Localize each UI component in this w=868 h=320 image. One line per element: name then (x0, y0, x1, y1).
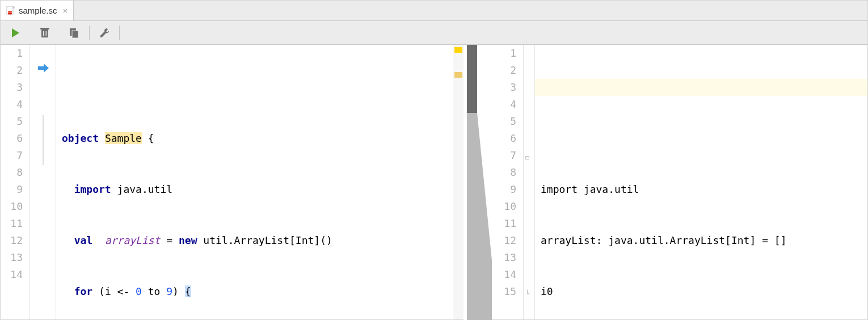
change-marker[interactable] (454, 72, 462, 78)
svg-rect-3 (43, 31, 44, 36)
line-number: 12 (492, 232, 516, 249)
splitter-graphic (464, 45, 492, 320)
editor-tabs: sample.sc × (1, 1, 867, 21)
svg-rect-4 (46, 31, 47, 36)
worksheet-toolbar (1, 21, 867, 45)
line-number: 12 (1, 232, 23, 249)
output-line: arrayList: java.util.ArrayList[Int] = [] (535, 232, 867, 249)
tab-sample-sc[interactable]: sample.sc × (1, 1, 74, 20)
svg-rect-2 (40, 28, 49, 30)
line-number: 14 (1, 266, 23, 283)
line-number: 2 (1, 62, 23, 79)
wrench-icon (99, 27, 110, 39)
line-number: 9 (492, 181, 516, 198)
copy-button[interactable] (60, 21, 89, 44)
line-number: 3 (1, 79, 23, 96)
marker-stripe[interactable] (453, 45, 464, 319)
code-editor[interactable]: object Sample { import java.util val arr… (56, 45, 453, 319)
output-line: i0 (535, 283, 867, 300)
run-button[interactable] (1, 21, 30, 44)
line-number: 10 (492, 198, 516, 215)
play-icon (10, 28, 20, 38)
trash-icon (40, 27, 50, 39)
scala-file-icon (6, 6, 15, 15)
line-number: 8 (492, 164, 516, 181)
right-gutter[interactable]: 1 2 3 4 5 6 7 8 9 10 11 12 13 14 15 (492, 45, 524, 319)
warning-marker[interactable] (454, 47, 462, 53)
line-number: 14 (492, 266, 516, 283)
line-number: 11 (492, 215, 516, 232)
output-pane: 1 2 3 4 5 6 7 8 9 10 11 12 13 14 15 ⊟ └ (492, 45, 867, 319)
line-number: 3 (492, 79, 516, 96)
toolbar-separator (119, 26, 120, 40)
fold-end-icon: └ (525, 285, 529, 302)
line-number: 4 (492, 96, 516, 113)
code-line: import java.util (56, 181, 453, 198)
line-number: 5 (1, 113, 23, 130)
line-number: 9 (1, 181, 23, 198)
object-name: Sample (105, 132, 142, 144)
code-line: for (i <- 0 to 9) { (56, 283, 453, 300)
line-number: 13 (1, 249, 23, 266)
pane-splitter[interactable] (464, 45, 492, 319)
line-number: 4 (1, 96, 23, 113)
code-pane: 1 2 3 4 5 6 7 8 9 10 11 12 13 14 (1, 45, 464, 319)
settings-button[interactable] (90, 21, 119, 44)
worksheet-editor: sample.sc × (0, 0, 868, 320)
fold-column[interactable]: ⊟ └ (524, 45, 535, 319)
line-number: 13 (492, 249, 516, 266)
split-view: 1 2 3 4 5 6 7 8 9 10 11 12 13 14 (1, 45, 867, 319)
left-gutter[interactable]: 1 2 3 4 5 6 7 8 9 10 11 12 13 14 (1, 45, 30, 319)
copy-icon (69, 27, 80, 39)
line-number: 7 (492, 147, 516, 164)
fold-toggle-icon[interactable]: ⊟ (525, 149, 529, 166)
output-line (535, 79, 867, 96)
line-number: 8 (1, 164, 23, 181)
close-tab-icon[interactable]: × (63, 6, 68, 15)
tab-label: sample.sc (19, 6, 57, 15)
svg-rect-1 (41, 30, 48, 37)
clear-button[interactable] (30, 21, 60, 44)
svg-rect-8 (467, 45, 477, 113)
line-number: 5 (492, 113, 516, 130)
line-number: 1 (492, 45, 516, 62)
line-number: 1 (1, 45, 23, 62)
line-number: 15 (492, 283, 516, 300)
code-line: object Sample { (56, 130, 453, 147)
gutter-icons (30, 45, 56, 319)
line-number: 7 (1, 147, 23, 164)
line-number: 6 (492, 130, 516, 147)
indent-guide (43, 115, 44, 165)
output-line: import java.util (535, 181, 867, 198)
output-line (535, 130, 867, 147)
line-number: 6 (1, 130, 23, 147)
code-line: val arrayList = new util.ArrayList[Int](… (56, 232, 453, 249)
svg-rect-6 (72, 31, 78, 38)
current-line-arrow-icon (37, 62, 49, 79)
output-view[interactable]: import java.util arrayList: java.util.Ar… (535, 45, 867, 319)
line-number: 10 (1, 198, 23, 215)
line-number: 2 (492, 62, 516, 79)
code-line (56, 79, 453, 96)
line-number: 11 (1, 215, 23, 232)
